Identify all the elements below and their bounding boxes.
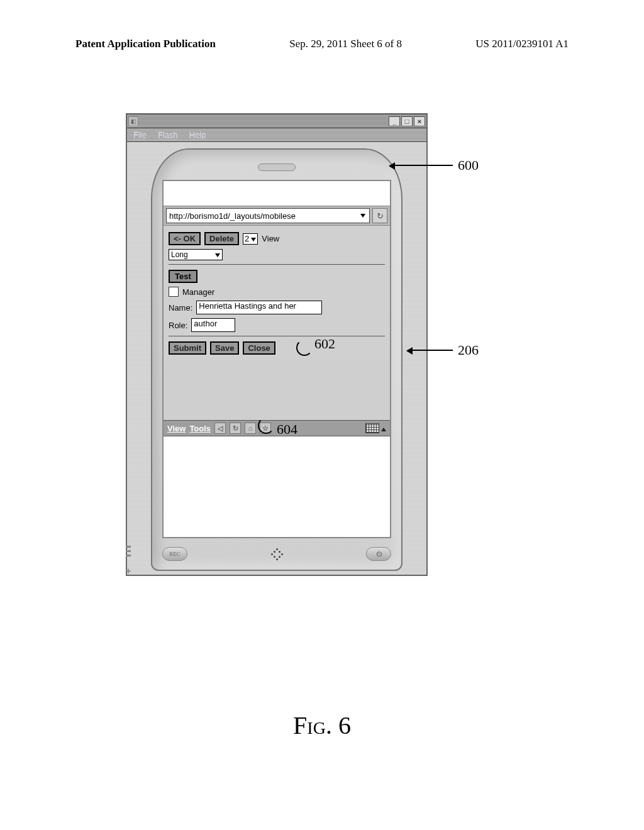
- divider-2: [169, 336, 385, 336]
- hw-power-button[interactable]: ⏻: [366, 547, 391, 561]
- toolbar-row-1: <- OK Delete 2 View: [169, 232, 385, 245]
- long-select-value: Long: [171, 250, 188, 259]
- lower-blank-area: [164, 436, 390, 537]
- role-label: Role:: [169, 321, 187, 330]
- hw-rec-button[interactable]: REC: [162, 547, 187, 561]
- role-row: Role: author: [169, 318, 385, 332]
- test-row: Test: [169, 270, 385, 283]
- side-plus-icon: +: [126, 566, 131, 576]
- earpiece-icon: [258, 163, 296, 171]
- address-text: http://borismo1d/_layouts/mobilese: [169, 211, 296, 221]
- divider-1: [169, 264, 385, 265]
- viewtools-view[interactable]: View: [167, 424, 186, 433]
- titlebar: ◧ _ □ ×: [127, 114, 426, 128]
- screen-title-strip: [164, 181, 390, 206]
- menu-help[interactable]: Help: [189, 130, 206, 140]
- ok-button[interactable]: <- OK: [169, 232, 201, 245]
- maximize-button[interactable]: □: [401, 116, 413, 126]
- minimize-button[interactable]: _: [389, 116, 400, 126]
- back-icon[interactable]: ◁: [214, 423, 226, 434]
- dpad[interactable]: [267, 545, 286, 563]
- pda-screen: http://borismo1d/_layouts/mobilese ↻ <- …: [162, 180, 391, 538]
- pda-device: http://borismo1d/_layouts/mobilese ↻ <- …: [151, 148, 402, 571]
- name-row: Name: Henrietta Hastings and her: [169, 301, 385, 314]
- keyboard-dropdown-icon[interactable]: [381, 424, 386, 433]
- manager-label: Manager: [182, 287, 214, 297]
- hw-rec-label: REC: [169, 551, 180, 557]
- side-notch-icon: [126, 538, 132, 563]
- menu-file[interactable]: File: [133, 130, 147, 140]
- submit-button[interactable]: Submit: [169, 341, 206, 355]
- pub-label: Patent Application Publication: [75, 38, 216, 50]
- emulator-window: ◧ _ □ × File Flash Help http://borismo1d…: [126, 113, 428, 576]
- action-row: Submit Save Close: [169, 341, 385, 355]
- delete-button[interactable]: Delete: [204, 232, 239, 245]
- name-label: Name:: [169, 303, 192, 313]
- pub-number: US 2011/0239101 A1: [475, 38, 569, 50]
- leader-604: [258, 418, 274, 434]
- role-input[interactable]: author: [191, 318, 235, 332]
- address-bar-row: http://borismo1d/_layouts/mobilese ↻: [164, 206, 390, 226]
- callout-602: 602: [314, 336, 335, 352]
- manager-checkbox[interactable]: [169, 287, 179, 297]
- hardware-buttons: REC ⏻: [162, 545, 391, 563]
- menu-flash[interactable]: Flash: [158, 130, 178, 140]
- page-content: <- OK Delete 2 View Long: [164, 226, 390, 362]
- keyboard-icon[interactable]: [365, 423, 379, 433]
- refresh-icon[interactable]: ↻: [230, 423, 241, 434]
- date-sheet: Sep. 29, 2011 Sheet 6 of 8: [289, 38, 402, 50]
- system-menu-icon[interactable]: ◧: [128, 116, 138, 126]
- test-button[interactable]: Test: [169, 270, 197, 283]
- long-select[interactable]: Long: [169, 249, 223, 260]
- view-count-value: 2: [245, 234, 249, 243]
- callout-600: 600: [458, 157, 479, 174]
- address-input[interactable]: http://borismo1d/_layouts/mobilese: [166, 208, 370, 223]
- figure-caption: Fig. 6: [0, 711, 644, 740]
- save-button[interactable]: Save: [210, 341, 239, 355]
- name-input[interactable]: Henrietta Hastings and her: [196, 301, 322, 314]
- window-controls: _ □ ×: [389, 116, 425, 126]
- viewtools-tools[interactable]: Tools: [189, 424, 211, 433]
- device-area: http://borismo1d/_layouts/mobilese ↻ <- …: [127, 142, 426, 575]
- chevron-down-icon: [249, 234, 256, 243]
- leader-206: [408, 350, 453, 351]
- close-button[interactable]: ×: [414, 116, 425, 126]
- go-refresh-button[interactable]: ↻: [372, 208, 387, 223]
- close-form-button[interactable]: Close: [243, 341, 275, 355]
- view-label: View: [262, 234, 279, 243]
- leader-602: [296, 340, 313, 356]
- callout-604: 604: [277, 421, 297, 438]
- leader-600: [390, 165, 453, 166]
- home-icon[interactable]: ⌂: [245, 423, 256, 434]
- callout-206: 206: [458, 342, 479, 358]
- toolbar-row-2: Long: [169, 249, 385, 260]
- page-header: Patent Application Publication Sep. 29, …: [0, 0, 644, 57]
- address-dropdown-icon[interactable]: [359, 213, 367, 219]
- manager-row: Manager: [169, 287, 385, 297]
- dpad-dots-icon: [270, 547, 284, 561]
- chevron-down-icon: [215, 250, 220, 259]
- view-count-select[interactable]: 2: [243, 233, 258, 245]
- menubar: File Flash Help: [127, 128, 426, 142]
